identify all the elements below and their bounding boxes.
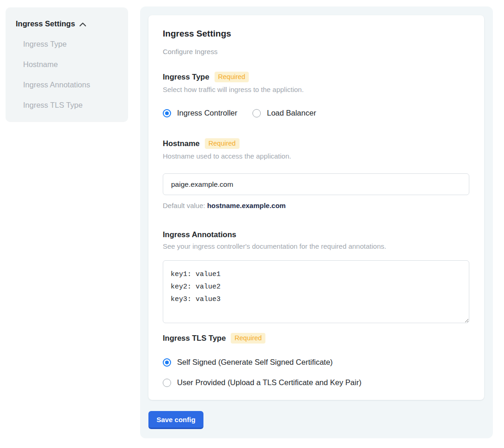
radio-option-label: Ingress Controller — [177, 109, 237, 117]
default-value-prefix: Default value: — [163, 202, 207, 209]
radio-checked-icon[interactable] — [163, 109, 171, 117]
ingress-type-description: Select how traffic will ingress to the a… — [163, 86, 470, 93]
tls-type-label: Ingress TLS Type — [163, 334, 226, 343]
hostname-default-value-line: Default value: hostname.example.com — [163, 202, 470, 209]
hostname-label: Hostname — [163, 139, 200, 148]
radio-option-label: Load Balancer — [267, 109, 316, 117]
sidebar-group-ingress-settings[interactable]: Ingress Settings — [16, 19, 120, 28]
required-badge: Required — [231, 333, 265, 344]
annotations-label: Ingress Annotations — [163, 230, 236, 239]
sidebar-group-label: Ingress Settings — [16, 19, 75, 28]
sidebar-item-ingress-annotations[interactable]: Ingress Annotations — [23, 80, 120, 89]
chevron-up-icon — [79, 21, 86, 28]
required-badge: Required — [215, 72, 249, 82]
annotations-section-header: Ingress Annotations — [163, 230, 470, 239]
page-title: Ingress Settings — [163, 29, 470, 39]
main-panel: Ingress Settings Configure Ingress Ingre… — [140, 6, 493, 438]
hostname-description: Hostname used to access the application. — [163, 152, 470, 160]
annotations-textarea[interactable]: key1: value1 key2: value2 key3: value3 — [163, 260, 469, 323]
hostname-input[interactable] — [163, 173, 469, 195]
save-config-button[interactable]: Save config — [148, 411, 203, 429]
radio-option-user-provided[interactable]: User Provided (Upload a TLS Certificate … — [163, 378, 470, 387]
radio-option-load-balancer[interactable]: Load Balancer — [252, 109, 316, 117]
radio-unchecked-icon[interactable] — [252, 109, 261, 117]
sidebar-item-hostname[interactable]: Hostname — [23, 60, 120, 69]
radio-option-label: Self Signed (Generate Self Signed Certif… — [177, 358, 333, 367]
required-badge: Required — [205, 138, 240, 149]
radio-option-self-signed[interactable]: Self Signed (Generate Self Signed Certif… — [163, 358, 470, 367]
annotations-description: See your ingress controller's documentat… — [163, 242, 470, 250]
settings-sidebar: Ingress Settings Ingress Type Hostname I… — [6, 7, 128, 122]
default-value-text: hostname.example.com — [207, 202, 286, 209]
ingress-settings-card: Ingress Settings Configure Ingress Ingre… — [148, 15, 484, 400]
ingress-type-section-header: Ingress Type Required — [163, 72, 470, 82]
radio-unchecked-icon[interactable] — [163, 379, 171, 387]
radio-option-label: User Provided (Upload a TLS Certificate … — [177, 378, 362, 387]
ingress-type-radio-group: Ingress Controller Load Balancer — [163, 109, 470, 117]
page-subtitle: Configure Ingress — [163, 48, 470, 55]
radio-checked-icon[interactable] — [163, 358, 171, 367]
ingress-type-label: Ingress Type — [163, 73, 209, 81]
radio-option-ingress-controller[interactable]: Ingress Controller — [163, 109, 237, 117]
sidebar-item-ingress-type[interactable]: Ingress Type — [23, 40, 120, 49]
hostname-section-header: Hostname Required — [163, 138, 470, 149]
tls-type-section-header: Ingress TLS Type Required — [163, 333, 470, 344]
sidebar-item-ingress-tls-type[interactable]: Ingress TLS Type — [23, 101, 120, 110]
